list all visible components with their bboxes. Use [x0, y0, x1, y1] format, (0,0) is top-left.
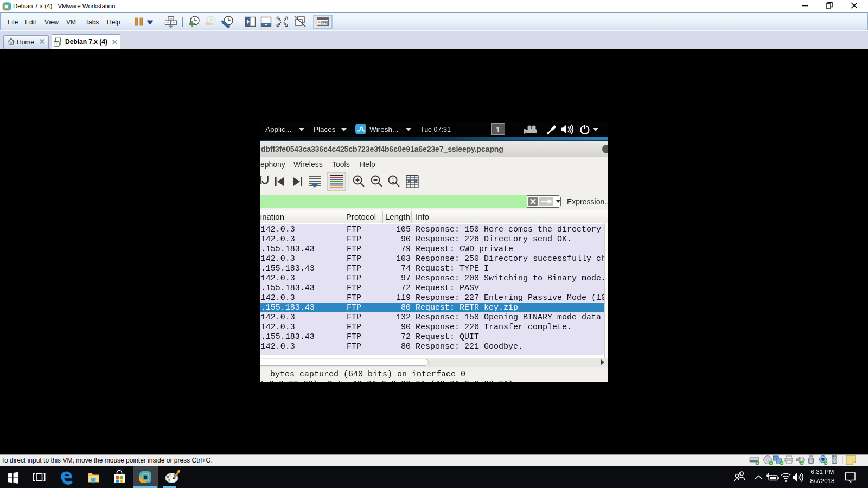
svg-text:1: 1 — [391, 177, 395, 184]
